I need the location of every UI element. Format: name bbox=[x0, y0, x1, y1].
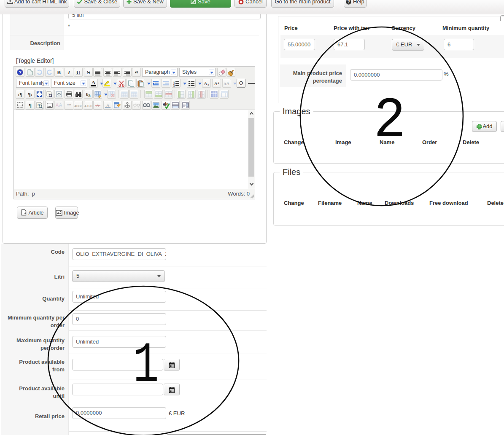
svg-text:2: 2 bbox=[374, 89, 406, 153]
svg-text:1: 1 bbox=[133, 333, 159, 398]
